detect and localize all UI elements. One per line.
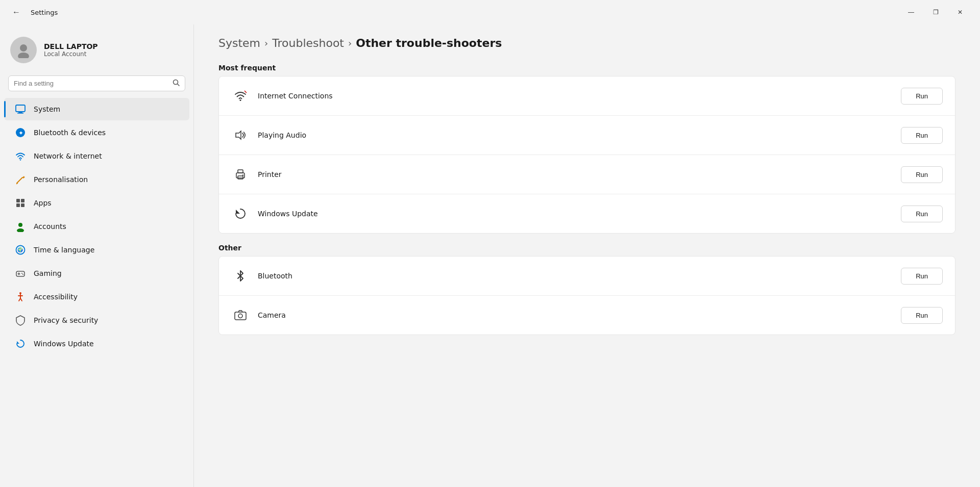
window-controls: — ❐ ✕	[899, 4, 972, 20]
network-icon	[14, 150, 27, 162]
svg-rect-13	[21, 199, 24, 202]
search-input[interactable]	[14, 80, 168, 87]
svg-text:✦: ✦	[18, 130, 23, 137]
printer-run-button[interactable]: Run	[901, 166, 943, 183]
close-button[interactable]: ✕	[948, 4, 972, 20]
printer-icon	[231, 165, 250, 184]
svg-point-36	[242, 174, 243, 175]
breadcrumb: System › Troubleshoot › Other trouble-sh…	[218, 37, 955, 49]
troubleshooter-camera: Camera Run	[219, 296, 955, 335]
sidebar-item-update[interactable]: Windows Update	[4, 332, 189, 355]
accessibility-icon	[14, 291, 27, 303]
sidebar-label-accessibility: Accessibility	[34, 293, 78, 301]
internet-name: Internet Connections	[258, 92, 901, 100]
svg-rect-4	[16, 105, 25, 112]
sidebar-item-accounts[interactable]: Accounts	[4, 215, 189, 238]
sidebar-label-bluetooth: Bluetooth & devices	[34, 129, 106, 137]
other-group: Bluetooth Run Camera Run	[218, 256, 955, 335]
bluetooth-ts-name: Bluetooth	[258, 272, 901, 280]
audio-icon	[231, 126, 250, 144]
personalisation-icon	[14, 173, 27, 186]
winupdate-name: Windows Update	[258, 210, 901, 218]
sidebar-label-personalisation: Personalisation	[34, 175, 88, 184]
sidebar-item-bluetooth[interactable]: ✦ Bluetooth & devices	[4, 121, 189, 144]
user-name: DELL LAPTOP	[44, 42, 98, 50]
sidebar-item-privacy[interactable]: Privacy & security	[4, 309, 189, 331]
svg-rect-14	[16, 203, 20, 207]
sidebar-label-apps: Apps	[34, 199, 52, 207]
sidebar-label-update: Windows Update	[34, 340, 94, 348]
sidebar-item-apps[interactable]: Apps	[4, 192, 189, 214]
sidebar-label-accounts: Accounts	[34, 222, 66, 230]
sidebar-item-accessibility[interactable]: Accessibility	[4, 286, 189, 308]
sidebar-item-time[interactable]: 🌍 Time & language	[4, 239, 189, 261]
svg-point-9	[20, 159, 21, 160]
sidebar-item-personalisation[interactable]: Personalisation	[4, 168, 189, 191]
search-icon	[173, 79, 180, 88]
title-bar: ← Settings — ❐ ✕	[0, 0, 980, 24]
camera-run-button[interactable]: Run	[901, 307, 943, 324]
camera-icon	[231, 306, 250, 324]
breadcrumb-system[interactable]: System	[218, 37, 260, 49]
svg-rect-12	[16, 199, 20, 202]
breadcrumb-current: Other trouble-shooters	[356, 37, 502, 49]
sidebar-label-privacy: Privacy & security	[34, 316, 98, 324]
sidebar-item-system[interactable]: System	[4, 98, 189, 120]
svg-point-23	[21, 273, 22, 274]
svg-rect-35	[238, 176, 243, 179]
main-content: System › Troubleshoot › Other trouble-sh…	[194, 24, 980, 487]
avatar	[10, 37, 37, 63]
sidebar-item-gaming[interactable]: Gaming	[4, 262, 189, 285]
accounts-icon	[14, 220, 27, 233]
user-info: DELL LAPTOP Local Account	[44, 42, 98, 58]
svg-marker-30	[17, 341, 19, 344]
back-button[interactable]: ←	[8, 4, 24, 20]
bluetooth-nav-icon: ✦	[14, 126, 27, 139]
app-title: Settings	[31, 9, 58, 16]
sidebar-label-gaming: Gaming	[34, 269, 62, 277]
svg-point-16	[18, 223, 22, 227]
svg-rect-15	[21, 203, 24, 207]
system-icon	[14, 103, 27, 115]
svg-marker-37	[236, 210, 240, 214]
troubleshooter-printer: Printer Run	[219, 155, 955, 194]
svg-point-39	[238, 314, 242, 318]
frequent-group: Internet Connections Run Playing Audio R…	[218, 76, 955, 234]
sidebar: DELL LAPTOP Local Account	[0, 24, 194, 487]
svg-line-32	[244, 91, 247, 93]
breadcrumb-troubleshoot[interactable]: Troubleshoot	[272, 37, 344, 49]
app-body: DELL LAPTOP Local Account	[0, 24, 980, 487]
printer-name: Printer	[258, 170, 901, 178]
bluetooth-icon	[231, 267, 250, 285]
sidebar-item-network[interactable]: Network & internet	[4, 145, 189, 167]
troubleshooter-audio: Playing Audio Run	[219, 116, 955, 155]
svg-rect-34	[238, 170, 243, 173]
svg-line-10	[17, 177, 22, 183]
audio-run-button[interactable]: Run	[901, 127, 943, 144]
minimize-button[interactable]: —	[899, 4, 923, 20]
breadcrumb-sep-1: ›	[264, 38, 268, 48]
sidebar-label-time: Time & language	[34, 246, 94, 254]
maximize-button[interactable]: ❐	[924, 4, 947, 20]
winupdate-run-button[interactable]: Run	[901, 206, 943, 222]
svg-point-24	[22, 274, 23, 275]
bluetooth-run-button[interactable]: Run	[901, 268, 943, 285]
camera-ts-name: Camera	[258, 311, 901, 319]
audio-name: Playing Audio	[258, 131, 901, 139]
troubleshooter-bluetooth: Bluetooth Run	[219, 257, 955, 296]
update-icon	[14, 338, 27, 350]
search-box[interactable]	[8, 75, 185, 91]
svg-rect-38	[235, 312, 246, 320]
sidebar-label-system: System	[34, 105, 60, 113]
svg-point-17	[17, 228, 24, 232]
user-profile: DELL LAPTOP Local Account	[0, 29, 193, 73]
gaming-icon	[14, 267, 27, 279]
svg-line-3	[178, 84, 180, 86]
svg-point-31	[240, 99, 241, 101]
svg-point-0	[20, 44, 27, 52]
breadcrumb-sep-2: ›	[348, 38, 352, 48]
svg-point-1	[18, 53, 29, 58]
internet-run-button[interactable]: Run	[901, 88, 943, 105]
section-label-other: Other	[218, 244, 955, 252]
svg-line-29	[20, 298, 22, 301]
